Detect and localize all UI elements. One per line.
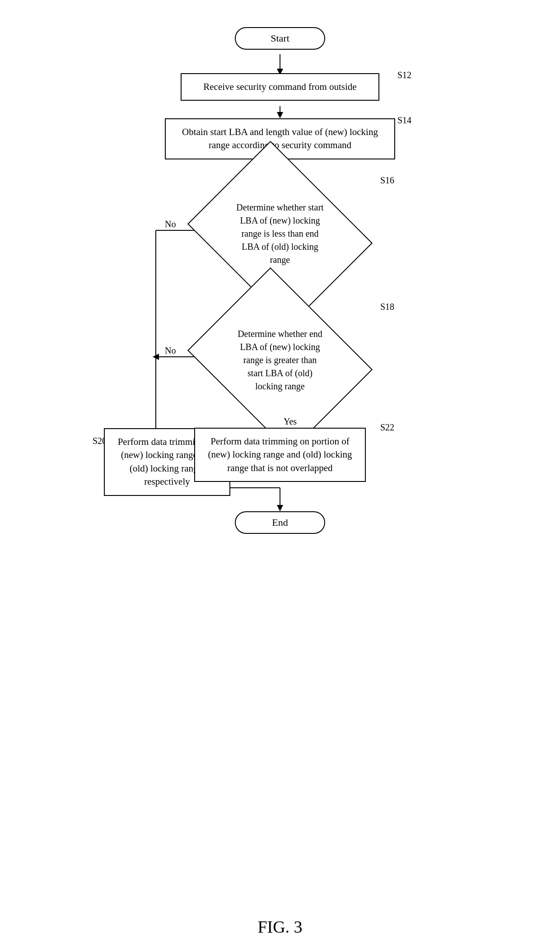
svg-marker-17: [153, 354, 159, 360]
s14-label: Obtain start LBA and length value of (ne…: [182, 126, 378, 150]
start-node: Start: [235, 27, 325, 50]
s18-step-label: S18: [380, 302, 394, 312]
s18-diamond-text: Determine whether end LBA of (new) locki…: [230, 327, 330, 393]
s14-step-label: S14: [397, 115, 411, 126]
svg-marker-3: [277, 112, 283, 118]
end-node: End: [235, 511, 325, 534]
s18-no-label: No: [165, 346, 176, 356]
s12-step-label: S12: [397, 70, 411, 80]
s16-step-label: S16: [380, 175, 394, 186]
s18-node: Determine whether end LBA of (new) locki…: [208, 301, 352, 419]
s22-step-label: S22: [380, 422, 394, 433]
flowchart: Start S12 Receive security command from …: [77, 18, 483, 903]
s22-node: Perform data trimming on portion of (new…: [194, 428, 366, 482]
s16-no-label: No: [165, 219, 176, 229]
figure-label: FIG. 3: [257, 917, 302, 937]
s12-node: Receive security command from outside: [181, 73, 379, 101]
s18-yes-label: Yes: [284, 416, 297, 427]
s12-label: Receive security command from outside: [203, 81, 356, 92]
s22-label: Perform data trimming on portion of (new…: [208, 436, 352, 473]
start-label: Start: [271, 33, 289, 44]
s16-node: Determine whether start LBA of (new) loc…: [208, 175, 352, 292]
diagram-container: Start S12 Receive security command from …: [77, 18, 483, 937]
end-label: End: [272, 517, 288, 528]
s16-diamond-text: Determine whether start LBA of (new) loc…: [230, 201, 330, 266]
svg-marker-11: [277, 505, 283, 511]
